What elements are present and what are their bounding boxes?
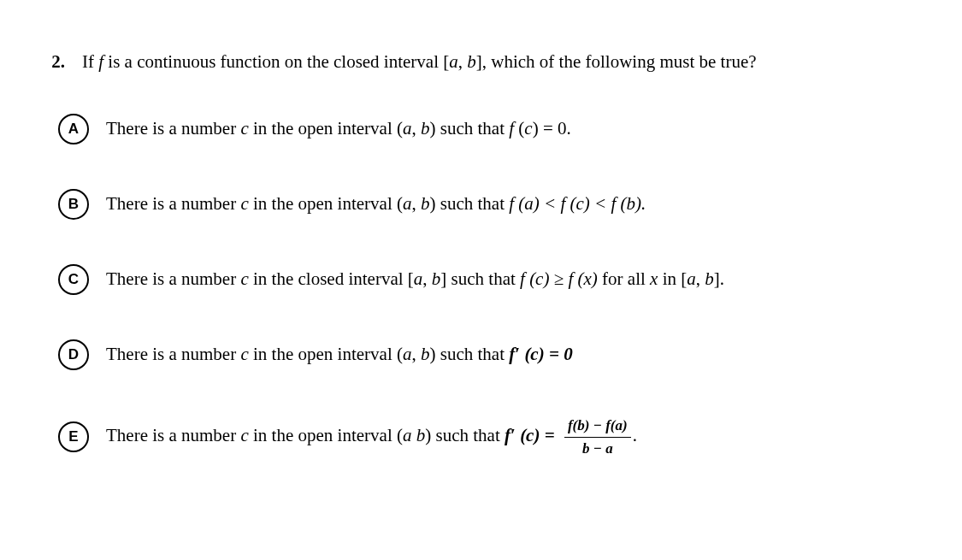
option-b-text: There is a number c in the open interval… — [106, 191, 928, 218]
option-e-circle: E — [58, 421, 89, 452]
opt-d-mid2: ) such that — [429, 344, 509, 364]
opt-c-mid1: in the closed interval [ — [249, 268, 414, 289]
opt-c-b2: b — [705, 268, 714, 289]
q-mid1: is a continuous function on the closed i… — [103, 51, 449, 72]
option-d-text: There is a number c in the open interval… — [106, 341, 928, 368]
opt-c-expr: f (c) ≥ f (x) — [520, 268, 598, 289]
opt-d-mid1: in the open interval ( — [249, 344, 403, 364]
opt-b-b: b — [421, 193, 430, 214]
option-d[interactable]: D There is a number c in the open interv… — [34, 339, 928, 370]
q-b: b — [467, 51, 476, 72]
option-b[interactable]: B There is a number c in the open interv… — [34, 189, 928, 220]
opt-b-prefix: There is a number — [106, 193, 240, 214]
opt-e-prefix: There is a number — [106, 425, 240, 445]
opt-a-prefix: There is a number — [106, 118, 240, 139]
opt-c-suf2: in [ — [658, 268, 687, 289]
opt-a-expr-c: c — [524, 118, 532, 139]
opt-d-b: b — [421, 344, 430, 364]
opt-e-num: f(b) − f(a) — [564, 415, 631, 438]
option-c-text: There is a number c in the closed interv… — [106, 266, 928, 293]
option-c[interactable]: C There is a number c in the closed inte… — [34, 264, 928, 295]
opt-c-b: b — [432, 268, 441, 289]
opt-c-suf3: ]. — [714, 268, 724, 289]
option-a-circle: A — [58, 114, 89, 144]
opt-b-expr: f (a) < f (c) < f (b). — [509, 193, 646, 214]
opt-c-prefix: There is a number — [106, 268, 240, 289]
q-text-prefix: If — [82, 51, 98, 72]
opt-b-mid1: in the open interval ( — [249, 193, 403, 214]
option-e[interactable]: E There is a number c in the open interv… — [34, 415, 928, 459]
option-c-circle: C — [58, 264, 89, 295]
q-a: a — [449, 51, 458, 72]
q-suffix: ], which of the following must be true? — [476, 51, 757, 72]
opt-d-comma: , — [411, 344, 421, 364]
option-a[interactable]: A There is a number c in the open interv… — [34, 114, 928, 144]
opt-e-a: a — [403, 425, 412, 445]
opt-a-pc: ) — [533, 118, 539, 139]
opt-a-a: a — [403, 118, 412, 139]
opt-d-paren: (c) = 0 — [520, 344, 573, 364]
opt-b-a: a — [403, 193, 412, 214]
opt-e-b: b — [416, 425, 426, 445]
question-number: 2. — [34, 51, 82, 73]
opt-c-comma2: , — [696, 268, 705, 289]
opt-c-suf: for all — [598, 268, 650, 289]
opt-e-den: b − a — [564, 438, 631, 460]
opt-a-mid1: in the open interval ( — [249, 118, 403, 139]
option-d-circle: D — [58, 339, 89, 370]
opt-a-eq: = 0. — [539, 118, 571, 139]
options-container: A There is a number c in the open interv… — [34, 114, 928, 459]
opt-e-mid1: in the open interval ( — [249, 425, 403, 445]
option-b-circle: B — [58, 189, 89, 220]
opt-e-fraction: f(b) − f(a)b − a — [564, 415, 631, 459]
option-a-text: There is a number c in the open interval… — [106, 115, 928, 143]
opt-a-mid2: ) such that — [429, 118, 509, 139]
opt-e-suffix: . — [633, 425, 637, 445]
opt-e-mid2: ) such that — [425, 425, 505, 445]
opt-d-c: c — [240, 344, 248, 364]
opt-c-mid2: ] such that — [440, 268, 520, 289]
opt-d-prefix: There is a number — [106, 344, 240, 364]
opt-c-a2: a — [687, 268, 696, 289]
q-comma: , — [458, 51, 468, 72]
question-row: 2. If f is a continuous function on the … — [34, 51, 928, 73]
option-e-text: There is a number c in the open interval… — [106, 415, 928, 459]
opt-d-a: a — [403, 344, 412, 364]
opt-a-c: c — [240, 118, 248, 139]
opt-b-c: c — [240, 193, 248, 214]
opt-a-po: ( — [514, 118, 524, 139]
opt-c-c: c — [240, 268, 248, 289]
opt-c-comma: , — [422, 268, 432, 289]
opt-a-comma: , — [411, 118, 421, 139]
opt-c-a: a — [414, 268, 423, 289]
opt-b-mid2: ) such that — [429, 193, 509, 214]
opt-e-paren: (c) = — [516, 425, 559, 445]
opt-b-comma: , — [411, 193, 421, 214]
question-text: If f is a continuous function on the clo… — [82, 51, 928, 73]
opt-e-expr-f: f — [505, 425, 511, 445]
opt-e-c: c — [240, 425, 248, 445]
opt-a-b: b — [421, 118, 430, 139]
